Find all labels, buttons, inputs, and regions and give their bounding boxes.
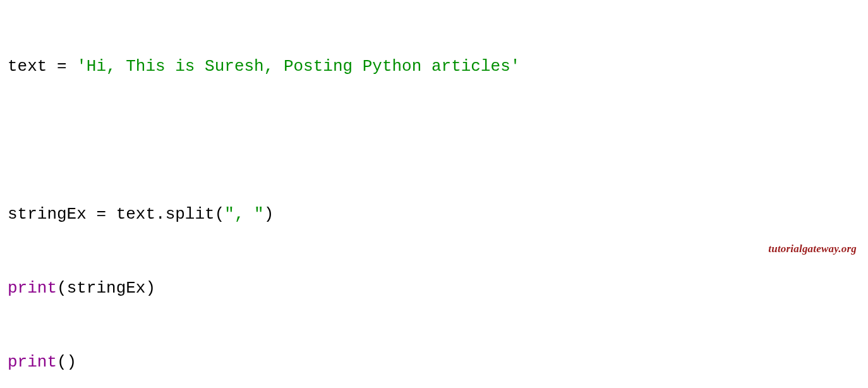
- paren-open: (: [57, 279, 67, 298]
- code-line: print(stringEx): [8, 276, 860, 301]
- code-editor[interactable]: text = 'Hi, This is Suresh, Posting Pyth…: [0, 0, 868, 388]
- code-line: text = 'Hi, This is Suresh, Posting Pyth…: [8, 54, 860, 79]
- paren-close: ): [145, 279, 155, 298]
- variable-name: text: [8, 57, 47, 76]
- blank-line: [8, 128, 860, 153]
- code-line: stringEx = text.split(", "): [8, 202, 860, 227]
- variable-name: stringEx: [8, 205, 87, 224]
- builtin-function: print: [8, 279, 57, 298]
- string-literal: ", ": [224, 205, 263, 224]
- watermark-text: tutorialgateway.org: [768, 243, 857, 255]
- equals-operator: =: [87, 205, 116, 224]
- builtin-function: print: [8, 353, 57, 372]
- paren-close: ): [264, 205, 274, 224]
- method-call: text.split(: [116, 205, 225, 224]
- parens: (): [57, 353, 76, 372]
- string-literal: 'Hi, This is Suresh, Posting Python arti…: [76, 57, 520, 76]
- equals-operator: =: [47, 57, 76, 76]
- variable-name: stringEx: [67, 279, 146, 298]
- code-line: print(): [8, 350, 860, 375]
